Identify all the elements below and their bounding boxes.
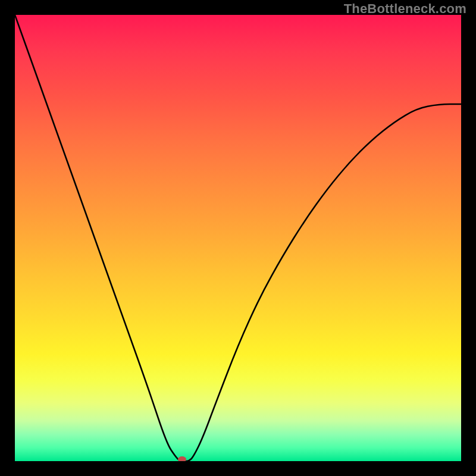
plot-area	[15, 15, 461, 461]
minimum-marker	[178, 456, 186, 461]
chart-frame: TheBottleneck.com	[0, 0, 476, 476]
curve-svg	[15, 15, 461, 461]
watermark-text: TheBottleneck.com	[344, 1, 466, 17]
bottleneck-curve-path	[15, 15, 461, 461]
